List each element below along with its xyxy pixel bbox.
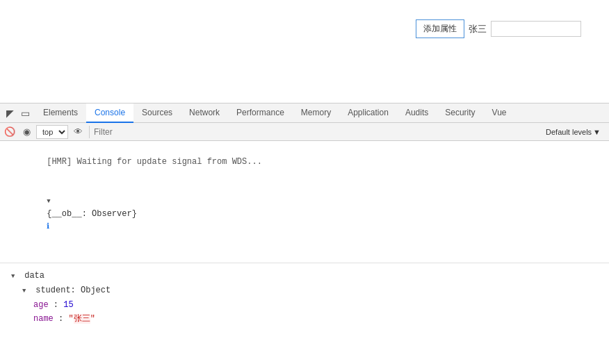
clear-console-icon[interactable]: 🚫 xyxy=(3,125,17,139)
filter-icon[interactable]: ◉ xyxy=(19,125,33,139)
vue-data-label: data xyxy=(24,271,44,281)
tab-performance[interactable]: Performance xyxy=(228,104,293,123)
toggle-student[interactable] xyxy=(22,283,31,298)
tab-network[interactable]: Network xyxy=(181,104,228,123)
vue-name-key: name xyxy=(33,314,54,324)
dropdown-arrow-icon: ▼ xyxy=(593,128,601,136)
console-line-observer: {__ob__: Observer} ℹ xyxy=(0,181,609,246)
default-levels[interactable]: Default levels ▼ xyxy=(546,128,606,136)
filter-divider xyxy=(89,126,90,138)
tab-elements[interactable]: Elements xyxy=(35,104,86,123)
eye-icon[interactable]: 👁 xyxy=(71,125,85,139)
console-line-age: age : 15 xyxy=(0,246,609,263)
tab-sources[interactable]: Sources xyxy=(133,104,181,123)
context-select[interactable]: top xyxy=(36,125,68,139)
tab-console[interactable]: Console xyxy=(86,104,133,123)
vue-age: age : 15 xyxy=(11,298,598,312)
devtools-panel: ◤ ▭ Elements Console Sources Network Per… xyxy=(0,103,609,364)
vue-student-section: student: Object xyxy=(11,283,598,298)
toggle-vue-data[interactable] xyxy=(11,269,19,283)
tab-audits[interactable]: Audits xyxy=(397,104,437,123)
tab-memory[interactable]: Memory xyxy=(293,104,339,123)
observer-label: {__ob__: Observer} xyxy=(47,209,142,219)
name-label: 张三 xyxy=(464,23,491,35)
toggle-observer[interactable] xyxy=(47,195,55,208)
tab-bar: ◤ ▭ Elements Console Sources Network Per… xyxy=(0,104,609,123)
tab-vue[interactable]: Vue xyxy=(484,104,515,123)
vue-age-value: 15 xyxy=(63,300,73,310)
add-attr-button[interactable]: 添加属性 xyxy=(416,19,464,38)
vue-student-label: student: Object xyxy=(35,286,111,295)
info-icon: ℹ xyxy=(47,222,49,231)
console-line-hmr: [HMR] Waiting for update signal from WDS… xyxy=(0,142,609,181)
console-toolbar: 🚫 ◉ top 👁 Default levels ▼ xyxy=(0,123,609,141)
console-output: [HMR] Waiting for update signal from WDS… xyxy=(0,141,609,263)
tab-security[interactable]: Security xyxy=(437,104,483,123)
vue-name: name : "张三" xyxy=(11,312,598,326)
vue-name-value: "张三" xyxy=(68,314,95,324)
device-icon[interactable]: ▭ xyxy=(18,106,32,120)
hmr-message: [HMR] Waiting for update signal from WDS… xyxy=(47,157,262,167)
tab-icons: ◤ ▭ xyxy=(3,106,32,120)
vue-age-key: age xyxy=(33,300,49,310)
filter-input[interactable] xyxy=(94,127,543,137)
top-controls: 添加属性 张三 xyxy=(416,19,581,38)
vue-data-section: data xyxy=(11,269,598,283)
vue-panel: data student: Object age : 15 name : "张三… xyxy=(0,263,609,331)
name-input[interactable] xyxy=(491,21,581,37)
inspect-icon[interactable]: ◤ xyxy=(3,106,17,120)
tab-application[interactable]: Application xyxy=(339,104,397,123)
age-key: age xyxy=(55,260,70,263)
